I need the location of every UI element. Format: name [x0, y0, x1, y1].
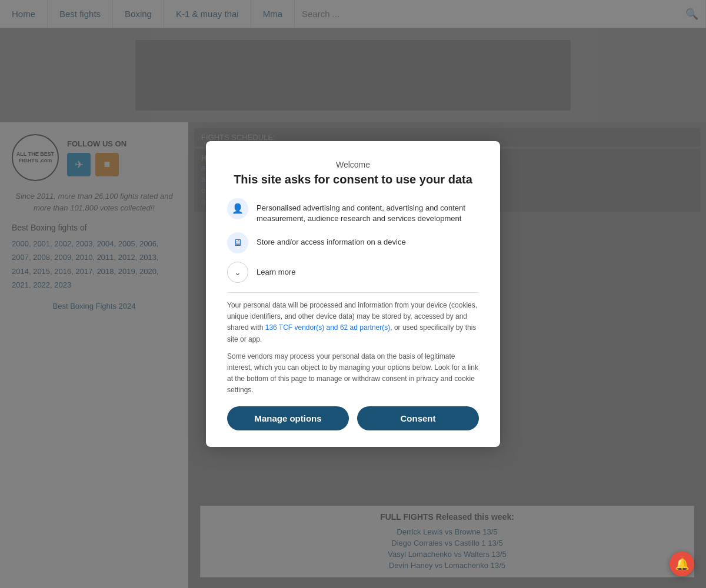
divider [227, 292, 479, 293]
learn-more-toggle[interactable]: ⌄ [227, 262, 248, 283]
modal-body-text-2: Some vendors may process your personal d… [227, 351, 479, 396]
consent-overlay: Welcome This site asks for consent to us… [0, 0, 706, 588]
consent-item-1: 👤 Personalised advertising and content, … [227, 198, 479, 224]
modal-actions: Manage options Consent [227, 406, 479, 430]
modal-welcome: Welcome [227, 160, 479, 169]
consent-item-2: 🖥 Store and/or access information on a d… [227, 232, 479, 253]
person-icon: 👤 [227, 198, 248, 219]
learn-more-row: ⌄ Learn more [227, 262, 479, 283]
consent-button[interactable]: Consent [357, 406, 479, 430]
device-icon: 🖥 [227, 232, 248, 253]
consent-modal: Welcome This site asks for consent to us… [206, 141, 500, 447]
consent-item-2-text: Store and/or access information on a dev… [257, 232, 406, 248]
modal-title: This site asks for consent to use your d… [227, 173, 479, 186]
modal-body-text-1: Your personal data will be processed and… [227, 300, 479, 345]
manage-options-button[interactable]: Manage options [227, 406, 349, 430]
consent-item-1-text: Personalised advertising and content, ad… [257, 198, 479, 224]
learn-more-text: Learn more [257, 268, 295, 276]
vendors-link[interactable]: 136 TCF vendor(s) and 62 ad partner(s) [265, 323, 391, 332]
notification-bell[interactable]: 🔔 [670, 552, 694, 576]
